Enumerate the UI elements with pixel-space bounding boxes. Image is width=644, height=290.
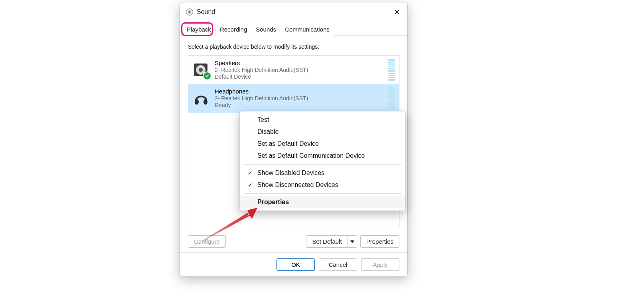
device-buttons-row: Configure Set Default Properties: [188, 235, 399, 248]
device-status: Default Device: [215, 73, 383, 80]
svg-point-5: [199, 68, 203, 72]
cancel-button[interactable]: Cancel: [319, 258, 357, 271]
instruction-label: Select a playback device below to modify…: [188, 44, 399, 50]
tab-bar: Playback Recording Sounds Communications: [180, 19, 407, 36]
window-title: Sound: [197, 8, 215, 16]
sound-dialog-icon: [186, 8, 194, 16]
default-check-badge: [203, 72, 211, 80]
cm-properties[interactable]: Properties: [240, 196, 405, 208]
dialog-footer: OK Cancel Apply: [180, 252, 407, 276]
device-status: Ready: [215, 102, 383, 109]
device-subtitle: 2- Realtek High Definition Audio(SST): [215, 67, 383, 73]
tab-sounds[interactable]: Sounds: [251, 24, 281, 36]
headphones-icon: [192, 89, 210, 107]
level-meter: [388, 59, 395, 81]
cm-show-disabled-devices[interactable]: ✓ Show Disabled Devices: [240, 167, 405, 179]
set-default-split-button[interactable]: Set Default: [306, 235, 357, 248]
cm-set-default-communication-device[interactable]: Set as Default Communication Device: [240, 150, 405, 162]
tab-playback[interactable]: Playback: [182, 24, 215, 36]
svg-point-6: [195, 99, 199, 105]
cm-set-default-device[interactable]: Set as Default Device: [240, 138, 405, 150]
titlebar: Sound: [180, 2, 407, 19]
properties-button[interactable]: Properties: [360, 235, 399, 248]
cm-show-disconnected-devices[interactable]: ✓ Show Disconnected Devices: [240, 179, 405, 191]
set-default-button[interactable]: Set Default: [306, 236, 347, 247]
device-name: Headphones: [215, 88, 383, 95]
svg-point-7: [203, 99, 207, 105]
cm-disable[interactable]: Disable: [240, 126, 405, 138]
tab-recording[interactable]: Recording: [215, 24, 251, 36]
device-row-speakers[interactable]: Speakers 2- Realtek High Definition Audi…: [188, 56, 399, 84]
svg-point-2: [189, 11, 190, 12]
check-icon: ✓: [246, 170, 254, 176]
tab-communications[interactable]: Communications: [281, 24, 334, 36]
set-default-dropdown[interactable]: [348, 236, 357, 247]
cm-test[interactable]: Test: [240, 114, 405, 126]
apply-button[interactable]: Apply: [361, 258, 399, 271]
check-icon: ✓: [246, 182, 254, 188]
cm-separator: [244, 164, 401, 165]
device-subtitle: 2- Realtek High Definition Audio(SST): [215, 95, 383, 102]
close-button[interactable]: [391, 6, 403, 18]
device-context-menu: Test Disable Set as Default Device Set a…: [239, 111, 406, 211]
cm-separator: [244, 193, 401, 194]
speaker-icon: [192, 61, 210, 79]
level-meter: [388, 87, 395, 109]
device-row-headphones[interactable]: Headphones 2- Realtek High Definition Au…: [188, 84, 399, 113]
device-name: Speakers: [215, 60, 383, 67]
ok-button[interactable]: OK: [277, 258, 315, 271]
configure-button[interactable]: Configure: [188, 235, 226, 248]
